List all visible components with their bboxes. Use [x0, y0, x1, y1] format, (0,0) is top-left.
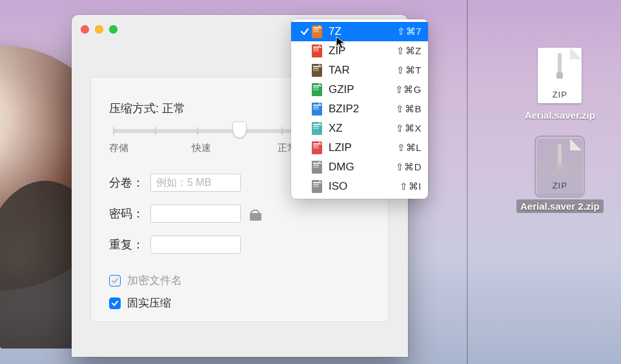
- format-name: TAR: [329, 64, 396, 77]
- format-name: ISO: [329, 180, 400, 193]
- zoom-window-button[interactable]: [109, 25, 117, 34]
- close-window-button[interactable]: [81, 25, 89, 34]
- format-shortcut: ⇧⌘7: [397, 26, 422, 37]
- archive-type-icon: [312, 103, 322, 116]
- mouse-cursor-icon: [336, 36, 346, 50]
- file-type-label: ZIP: [538, 90, 582, 99]
- lock-open-icon: [250, 207, 261, 221]
- archive-type-icon: [312, 180, 322, 193]
- archive-type-icon: [312, 83, 322, 96]
- format-shortcut: ⇧⌘G: [395, 84, 422, 96]
- slider-mark-fast: 快速: [188, 142, 214, 154]
- solid-compression-checkbox[interactable]: [109, 298, 121, 309]
- archive-type-icon: [312, 45, 322, 57]
- format-dropdown[interactable]: 7Z⇧⌘7ZIP⇧⌘ZTAR⇧⌘TGZIP⇧⌘GBZIP2⇧⌘BXZ⇧⌘XLZI…: [291, 19, 428, 199]
- slider-thumb[interactable]: [232, 121, 247, 138]
- slider-mark-store: 存储: [109, 142, 128, 154]
- archive-type-icon: [312, 161, 322, 174]
- password-input[interactable]: [150, 205, 241, 223]
- file-name-label: Aerial.saver.zip: [521, 108, 599, 122]
- format-shortcut: ⇧⌘T: [396, 65, 422, 76]
- desktop-file[interactable]: ZIPAerial.saver.zip: [516, 48, 604, 122]
- format-option-dmg[interactable]: DMG⇧⌘D: [291, 157, 428, 177]
- desktop-file[interactable]: ZIPAerial.saver 2.zip: [516, 139, 604, 213]
- format-shortcut: ⇧⌘Z: [396, 45, 422, 57]
- format-option-xz[interactable]: XZ⇧⌘X: [291, 119, 428, 138]
- format-option-iso[interactable]: ISO⇧⌘I: [291, 177, 428, 196]
- format-option-lzip[interactable]: LZIP⇧⌘L: [291, 138, 428, 157]
- format-name: LZIP: [329, 141, 397, 154]
- solid-compression-label: 固实压缩: [127, 296, 171, 310]
- format-name: GZIP: [329, 83, 395, 96]
- archive-type-icon: [312, 64, 322, 77]
- format-shortcut: ⇧⌘I: [400, 181, 422, 192]
- split-size-input[interactable]: [150, 174, 241, 192]
- checkmark-icon: [298, 27, 312, 36]
- format-option-bzip2[interactable]: BZIP2⇧⌘B: [291, 99, 428, 119]
- format-option-tar[interactable]: TAR⇧⌘T: [291, 61, 428, 80]
- repeat-label: 重复：: [109, 237, 150, 252]
- format-shortcut: ⇧⌘D: [396, 161, 422, 173]
- zip-file-icon: ZIP: [538, 48, 582, 103]
- split-label: 分卷：: [109, 175, 150, 190]
- format-name: XZ: [329, 122, 396, 135]
- format-shortcut: ⇧⌘L: [397, 142, 422, 154]
- vertical-divider: [467, 0, 468, 364]
- zip-file-icon: ZIP: [538, 139, 582, 194]
- format-option-7z[interactable]: 7Z⇧⌘7: [291, 22, 428, 41]
- archive-type-icon: [312, 25, 322, 38]
- repeat-password-input[interactable]: [150, 236, 241, 254]
- format-shortcut: ⇧⌘X: [396, 123, 422, 134]
- password-label: 密码：: [109, 206, 150, 221]
- desktop-background: 压缩方式: 正常 存储 快速 正常 最: [0, 0, 621, 364]
- encrypt-filenames-label: 加密文件名: [127, 273, 182, 288]
- format-name: BZIP2: [329, 103, 396, 116]
- format-option-zip[interactable]: ZIP⇧⌘Z: [291, 41, 428, 61]
- file-type-label: ZIP: [538, 181, 582, 190]
- desktop-files-area: ZIPAerial.saver.zipZIPAerial.saver 2.zip: [516, 48, 604, 230]
- encrypt-filenames-checkbox: [109, 275, 121, 287]
- minimize-window-button[interactable]: [95, 25, 103, 34]
- format-option-gzip[interactable]: GZIP⇧⌘G: [291, 80, 428, 99]
- archive-type-icon: [312, 141, 322, 154]
- format-name: DMG: [329, 161, 396, 174]
- file-name-label: Aerial.saver 2.zip: [516, 199, 604, 213]
- format-shortcut: ⇧⌘B: [396, 103, 422, 115]
- archive-type-icon: [312, 122, 322, 135]
